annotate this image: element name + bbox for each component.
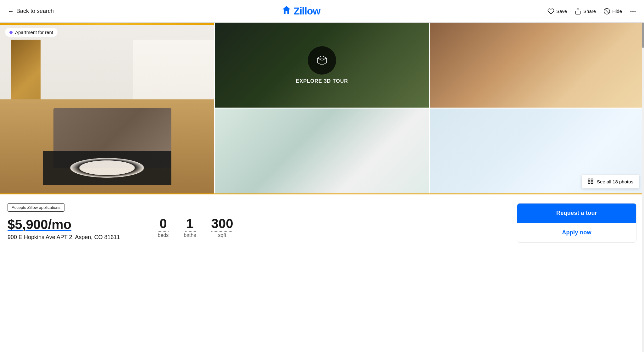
scroll-thumb [642, 23, 644, 48]
request-tour-button[interactable]: Request a tour [517, 204, 636, 223]
svg-point-3 [630, 11, 632, 12]
photo-top-right[interactable] [430, 23, 644, 108]
listing-price: $5,900/mo [8, 217, 120, 232]
cube-shape-icon [315, 53, 329, 67]
photo-bottom-middle[interactable] [215, 109, 429, 193]
grid-icon [587, 178, 594, 185]
share-button[interactable]: Share [575, 8, 596, 15]
header: ← Back to search Zillow Save Share Hide [0, 0, 644, 23]
svg-rect-12 [591, 182, 593, 184]
zillow-logo-text: Zillow [294, 5, 320, 17]
accepts-zillow-badge: Accepts Zillow applications [8, 203, 64, 212]
logo-area: Zillow [281, 5, 320, 18]
room-scene [0, 23, 214, 193]
save-button[interactable]: Save [547, 8, 567, 15]
back-to-search-button[interactable]: ← Back to search [8, 8, 54, 15]
sqft-stat: 300 sqft [211, 216, 233, 238]
sqft-label: sqft [211, 232, 233, 238]
listing-panel: Request a tour Apply now [517, 203, 636, 243]
room-rug [43, 151, 171, 185]
listing-stats: 0 beds 1 baths 300 sqft [158, 216, 233, 241]
svg-rect-11 [588, 182, 590, 184]
listing-info-left: Accepts Zillow applications $5,900/mo 90… [8, 203, 504, 241]
hide-icon [603, 8, 610, 15]
hide-button[interactable]: Hide [603, 8, 622, 15]
back-arrow-icon: ← [8, 8, 14, 15]
more-options-button[interactable] [630, 8, 636, 15]
explore-3d-label: EXPLORE 3D TOUR [296, 78, 348, 84]
listing-section: Accepts Zillow applications $5,900/mo 90… [0, 194, 644, 250]
sqft-value: 300 [211, 216, 233, 232]
listing-address: 900 E Hopkins Ave APT 2, Aspen, CO 81611 [8, 234, 120, 241]
apartment-type-badge: Apartment for rent [5, 28, 58, 37]
heart-icon [547, 8, 554, 15]
share-label: Share [583, 8, 596, 14]
svg-line-2 [605, 9, 609, 13]
explore-3d-overlay[interactable]: EXPLORE 3D TOUR [215, 23, 429, 108]
svg-rect-9 [588, 179, 590, 181]
share-icon [575, 8, 581, 15]
zillow-house-icon [281, 5, 292, 18]
photo-bottom-right[interactable]: See all 18 photos [430, 109, 644, 193]
badge-label: Apartment for rent [15, 30, 53, 35]
photo-grid: Apartment for rent EXPLORE 3D TOUR [0, 23, 644, 194]
save-label: Save [556, 8, 567, 14]
cube-icon [308, 46, 336, 75]
more-dots-icon [630, 8, 636, 15]
grid-shape-icon [587, 178, 594, 184]
baths-value: 1 [184, 216, 196, 232]
beds-stat: 0 beds [158, 216, 169, 238]
baths-label: baths [184, 232, 196, 238]
svg-rect-10 [591, 179, 593, 181]
badge-dot-icon [9, 31, 13, 34]
listing-price-address: $5,900/mo 900 E Hopkins Ave APT 2, Aspen… [8, 217, 120, 241]
photo-3d-tour[interactable]: EXPLORE 3D TOUR [215, 23, 429, 108]
svg-point-5 [635, 11, 636, 12]
apply-now-button[interactable]: Apply now [517, 223, 636, 242]
hide-label: Hide [612, 8, 622, 14]
see-all-photos-label: See all 18 photos [597, 179, 633, 184]
ceiling-accent [0, 23, 214, 25]
beds-label: beds [158, 232, 169, 238]
see-all-photos-button[interactable]: See all 18 photos [582, 175, 639, 188]
main-photo[interactable]: Apartment for rent [0, 23, 214, 193]
scrollbar[interactable] [642, 23, 644, 250]
beds-value: 0 [158, 216, 169, 232]
header-actions: Save Share Hide [547, 8, 636, 15]
svg-point-4 [632, 11, 634, 12]
baths-stat: 1 baths [184, 216, 196, 238]
listing-main-row: $5,900/mo 900 E Hopkins Ave APT 2, Aspen… [8, 216, 504, 241]
back-label: Back to search [16, 8, 54, 14]
zillow-logo[interactable]: Zillow [281, 5, 320, 18]
